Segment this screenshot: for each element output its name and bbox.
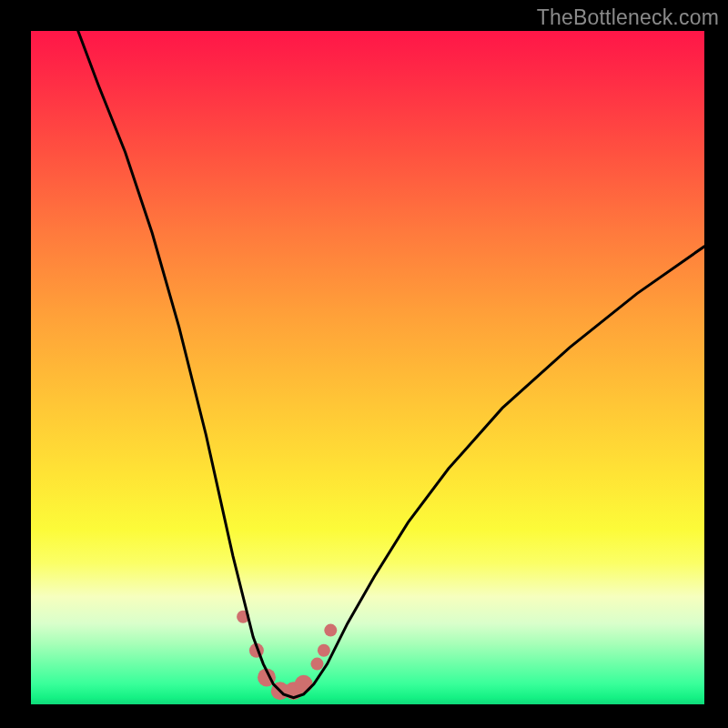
watermark-text: TheBottleneck.com — [537, 5, 719, 30]
chart-frame: TheBottleneck.com — [0, 0, 728, 728]
bottleneck-curve — [78, 31, 704, 698]
chart-plot-area — [31, 31, 704, 704]
chart-svg — [31, 31, 704, 704]
marker-dot — [295, 675, 313, 693]
marker-layer — [237, 611, 337, 700]
marker-dot — [318, 644, 330, 657]
marker-dot — [324, 624, 337, 637]
marker-dot — [311, 658, 324, 671]
